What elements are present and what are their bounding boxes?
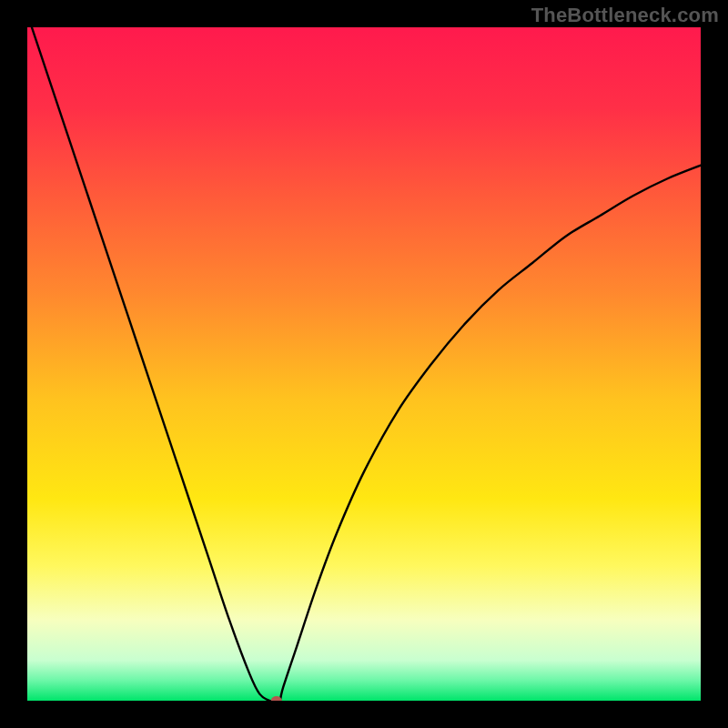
plot-background	[27, 27, 701, 701]
chart-frame: TheBottleneck.com	[0, 0, 728, 728]
bottleneck-chart	[0, 0, 728, 728]
watermark-text: TheBottleneck.com	[531, 4, 719, 27]
